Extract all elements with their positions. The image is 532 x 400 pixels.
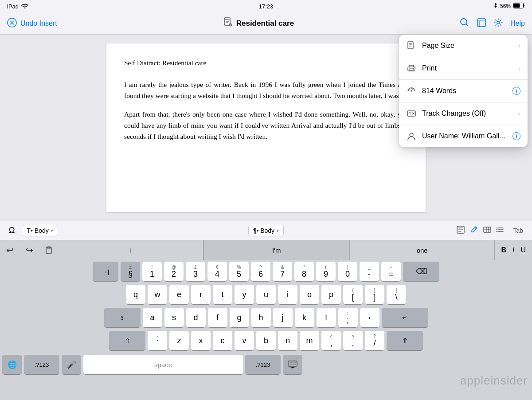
menu-item-print[interactable]: Print › bbox=[399, 57, 528, 80]
menu-item-user-name[interactable]: User Name: William Gall... i bbox=[399, 125, 528, 147]
track-changes-right: › bbox=[518, 110, 520, 118]
key-symbol-left[interactable]: .?123 bbox=[24, 355, 59, 374]
key-close-brace[interactable]: }] bbox=[365, 285, 384, 304]
key-w[interactable]: w bbox=[148, 285, 167, 304]
key-caps-left[interactable]: ⇪ bbox=[104, 308, 141, 327]
word-count-right[interactable]: i bbox=[512, 87, 520, 95]
user-name-right[interactable]: i bbox=[512, 132, 520, 140]
key-k[interactable]: k bbox=[295, 308, 314, 327]
key-shift-right[interactable]: ⇧ bbox=[387, 331, 423, 350]
key-tab[interactable]: →| bbox=[93, 262, 118, 281]
key-j[interactable]: j bbox=[273, 308, 293, 327]
key-hide-keyboard[interactable] bbox=[283, 355, 302, 374]
tab-label[interactable]: Tab bbox=[509, 225, 527, 236]
key-t[interactable]: t bbox=[213, 285, 232, 304]
svg-rect-22 bbox=[288, 361, 297, 366]
key-quote[interactable]: "' bbox=[360, 308, 379, 327]
bold-button[interactable]: B bbox=[498, 245, 509, 255]
close-icon[interactable] bbox=[7, 18, 17, 29]
key-return[interactable]: ↵ bbox=[382, 308, 428, 327]
info-icon-user[interactable]: i bbox=[512, 132, 520, 140]
key-3[interactable]: £3 bbox=[186, 262, 205, 281]
key-5[interactable]: %5 bbox=[229, 262, 249, 281]
key-symbol-right[interactable]: .?123 bbox=[245, 355, 281, 374]
key-7[interactable]: &7 bbox=[273, 262, 292, 281]
key-x[interactable]: x bbox=[191, 331, 211, 350]
key-4[interactable]: €4 bbox=[207, 262, 227, 281]
key-shift-left[interactable]: ⇧ bbox=[109, 331, 145, 350]
paragraph-style-selector[interactable]: ¶• Body ▾ bbox=[248, 225, 284, 236]
help-label[interactable]: Help bbox=[510, 20, 525, 27]
key-r[interactable]: r bbox=[191, 285, 211, 304]
key-n[interactable]: n bbox=[278, 331, 297, 350]
italic-button[interactable]: I bbox=[510, 245, 517, 255]
key-s[interactable]: s bbox=[164, 308, 184, 327]
key-1[interactable]: !1 bbox=[142, 262, 162, 281]
key-m[interactable]: m bbox=[300, 331, 319, 350]
key-2[interactable]: @2 bbox=[164, 262, 184, 281]
search-icon[interactable] bbox=[460, 18, 469, 29]
document-format-icon[interactable] bbox=[456, 225, 465, 236]
key-pipe[interactable]: |\ bbox=[387, 285, 406, 304]
clipboard-button[interactable] bbox=[39, 240, 59, 260]
undo-button[interactable]: ↩ bbox=[0, 240, 20, 260]
key-z[interactable]: z bbox=[169, 331, 189, 350]
key-globe[interactable]: 🌐 bbox=[2, 355, 22, 374]
undo-insert-label[interactable]: Undo Insert bbox=[20, 20, 57, 27]
key-mic[interactable]: 🎤 bbox=[62, 355, 81, 374]
key-delete[interactable]: ⌫ bbox=[403, 262, 439, 281]
document-page[interactable]: Self Distract: Residential care I am rar… bbox=[106, 43, 426, 212]
key-slash[interactable]: ?/ bbox=[365, 331, 384, 350]
redo-button[interactable]: ↪ bbox=[20, 240, 39, 260]
info-icon-word-count[interactable]: i bbox=[512, 87, 520, 95]
key-y[interactable]: y bbox=[235, 285, 254, 304]
autocomplete-option-3[interactable]: one bbox=[349, 240, 495, 260]
key-minus[interactable]: _- bbox=[360, 262, 379, 281]
status-bar-right: 56% bbox=[493, 3, 525, 10]
key-d[interactable]: d bbox=[186, 308, 206, 327]
key-space[interactable]: space bbox=[83, 355, 243, 374]
menu-item-page-size[interactable]: Page Size › bbox=[399, 35, 528, 57]
underline-button[interactable]: U bbox=[518, 245, 528, 255]
pencil-icon[interactable] bbox=[469, 225, 478, 236]
key-comma[interactable]: <, bbox=[321, 331, 341, 350]
document-view-icon[interactable] bbox=[477, 18, 486, 29]
key-f[interactable]: f bbox=[208, 308, 227, 327]
key-a[interactable]: a bbox=[143, 308, 162, 327]
autocomplete-option-2[interactable]: I'm bbox=[203, 240, 349, 260]
key-u[interactable]: u bbox=[256, 285, 276, 304]
omega-button[interactable]: Ω bbox=[5, 224, 18, 237]
key-6[interactable]: ^6 bbox=[251, 262, 270, 281]
key-v[interactable]: v bbox=[235, 331, 254, 350]
key-tilde[interactable]: ~` bbox=[148, 331, 167, 350]
settings-icon[interactable] bbox=[493, 18, 503, 29]
key-p[interactable]: p bbox=[321, 285, 341, 304]
menu-item-track-changes[interactable]: Track Changes (Off) › bbox=[399, 102, 528, 125]
key-0[interactable]: )0 bbox=[338, 262, 357, 281]
key-section[interactable]: ±§ bbox=[121, 262, 140, 281]
key-8[interactable]: *8 bbox=[294, 262, 314, 281]
key-h[interactable]: h bbox=[251, 308, 271, 327]
key-l[interactable]: l bbox=[317, 308, 336, 327]
key-g[interactable]: g bbox=[230, 308, 249, 327]
text-style-selector[interactable]: T• Body ▾ bbox=[22, 225, 58, 236]
menu-item-word-count[interactable]: 814 Words i bbox=[399, 80, 528, 102]
key-q[interactable]: q bbox=[126, 285, 145, 304]
key-9[interactable]: (9 bbox=[316, 262, 336, 281]
key-c[interactable]: c bbox=[213, 331, 232, 350]
svg-rect-8 bbox=[408, 42, 413, 49]
key-b[interactable]: b bbox=[256, 331, 276, 350]
key-semicolon[interactable]: :; bbox=[338, 308, 358, 327]
key-period[interactable]: >. bbox=[343, 331, 363, 350]
list-icon[interactable] bbox=[496, 225, 505, 236]
key-i[interactable]: i bbox=[278, 285, 297, 304]
toolbar-left[interactable]: Undo Insert bbox=[7, 18, 57, 29]
key-open-brace[interactable]: {[ bbox=[343, 285, 363, 304]
table-icon[interactable] bbox=[483, 225, 492, 236]
key-equals[interactable]: += bbox=[381, 262, 401, 281]
key-e[interactable]: e bbox=[169, 285, 189, 304]
autocomplete-option-1[interactable]: I bbox=[59, 240, 203, 260]
user-icon bbox=[406, 131, 417, 141]
key-o[interactable]: o bbox=[300, 285, 319, 304]
svg-rect-1 bbox=[514, 4, 520, 8]
